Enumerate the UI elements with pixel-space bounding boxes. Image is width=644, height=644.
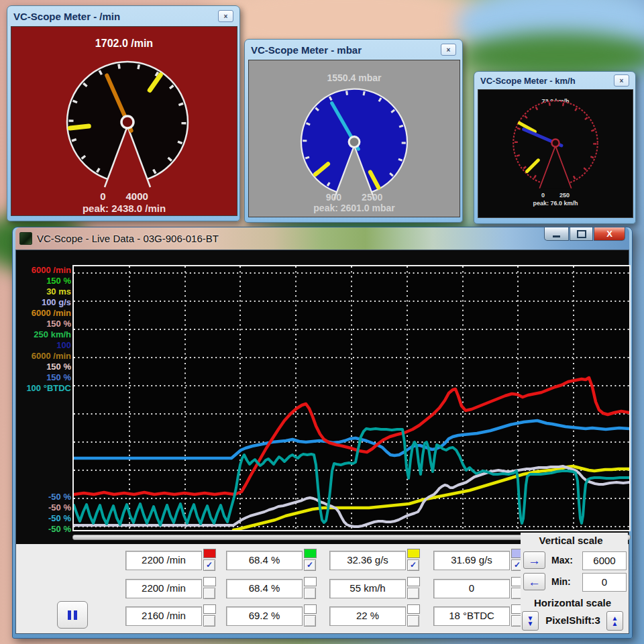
- channel-checkbox[interactable]: [203, 588, 215, 599]
- check-icon: ✓: [514, 561, 521, 570]
- grid: [74, 266, 629, 530]
- channel-scale-label: 100 g/s: [16, 297, 71, 308]
- meter-mbar-title: VC-Scope Meter - mbar: [251, 44, 362, 56]
- app-icon: [19, 232, 32, 245]
- value-field: 68.4 %: [226, 551, 303, 570]
- peak-readout: peak: 2438.0 /min: [11, 203, 237, 214]
- channel-color-swatch[interactable]: [407, 577, 420, 586]
- channel-color-swatch[interactable]: [203, 577, 216, 586]
- value-field: 0: [433, 579, 510, 598]
- check-icon: ✓: [206, 561, 213, 570]
- main-titlebar[interactable]: VC-Scope - Live Data - 03G-906-016-BT: [15, 227, 629, 250]
- value-field: 2160 /min: [125, 606, 202, 626]
- pause-button[interactable]: [57, 601, 88, 629]
- check-icon: ✓: [410, 561, 417, 570]
- channel-scale-label: 250 km/h: [16, 329, 71, 340]
- meter-kmh-titlebar[interactable]: VC-Scope Meter - km/h ×: [478, 72, 632, 89]
- control-panel: 2200 /min 68.4 % 32.36 g/s 31.69 g/s ✓ ✓…: [16, 544, 629, 633]
- scope-chart: [74, 266, 629, 530]
- scope-plot: [72, 265, 631, 531]
- value-field: 69.2 %: [226, 606, 303, 626]
- channel-scale-label: 150 %: [16, 319, 71, 329]
- channel-color-swatch[interactable]: [304, 577, 317, 586]
- channel-color-swatch[interactable]: [203, 604, 216, 614]
- max-input[interactable]: 6000: [582, 551, 627, 570]
- min-label: Min:: [551, 576, 571, 587]
- close-button[interactable]: ×: [614, 74, 629, 87]
- dial-scale-labels: 0 4000: [11, 191, 237, 202]
- meter-rpm-titlebar[interactable]: VC-Scope Meter - /min ×: [11, 6, 236, 26]
- caption-buttons: X: [544, 227, 625, 241]
- channel-checkbox[interactable]: [407, 615, 419, 627]
- channel-checkbox[interactable]: [304, 588, 316, 599]
- kmh-gauge-dial: [508, 95, 602, 191]
- channel-max-scale-labels: 6000 /min 150 % 30 ms 100 g/s 6000 /min …: [16, 265, 71, 394]
- needle-hub: [349, 137, 360, 148]
- meter-kmh-title: VC-Scope Meter - km/h: [480, 76, 576, 86]
- meter-mbar-titlebar[interactable]: VC-Scope Meter - mbar ×: [248, 40, 459, 60]
- close-button[interactable]: ×: [218, 10, 233, 22]
- up-arrow-icon: ▲: [612, 621, 619, 627]
- minimize-button[interactable]: [544, 227, 569, 241]
- meter-kmh-dial-area: 73.0 km/h 0 250 peak: 76.0 km/h: [478, 89, 633, 218]
- value-field: 31.69 g/s: [433, 551, 510, 570]
- dial-min-label: 0: [100, 191, 105, 202]
- pause-icon: [74, 610, 77, 620]
- close-icon: ×: [224, 13, 228, 20]
- pixelshift-increase-button[interactable]: ▲ ▲: [606, 611, 623, 631]
- dial-min-label: 0: [541, 192, 545, 199]
- close-button[interactable]: ×: [441, 44, 456, 56]
- channel-scale-label: 6000 /min: [16, 308, 71, 319]
- channel-scale-label: 150 %: [16, 372, 71, 383]
- channel-scale-label: 6000 /min: [16, 351, 71, 362]
- channel-checkbox[interactable]: [407, 588, 419, 599]
- needle-hub: [121, 116, 133, 128]
- main-client-area: 6000 /min 150 % 30 ms 100 g/s 6000 /min …: [15, 250, 629, 634]
- channel-scale-label: -50 %: [16, 502, 71, 513]
- dial-min-label: 900: [326, 192, 341, 203]
- needle-hub: [551, 140, 559, 147]
- channel-checkbox[interactable]: [304, 615, 316, 627]
- down-arrow-icon: ▼: [527, 621, 534, 627]
- close-icon: ×: [620, 77, 624, 85]
- dial-scale-labels: 0 250: [478, 192, 633, 199]
- channel-color-swatch[interactable]: [407, 549, 420, 558]
- channel-scale-label: 6000 /min: [16, 265, 71, 276]
- meter-window-kmh: VC-Scope Meter - km/h × 73.0 km/h 0 250 …: [474, 71, 636, 224]
- close-icon: ×: [447, 46, 451, 54]
- meter-rpm-dial-area: 1702.0 /min 0 4000 peak: 2438.0 /min: [11, 26, 237, 216]
- channel-checkbox[interactable]: ✓: [203, 559, 215, 571]
- value-field: 2200 /min: [125, 551, 202, 570]
- scale-controls: Vertical scale → Max: 6000 ← Min: 0 Hori…: [521, 533, 628, 633]
- peak-readout: peak: 76.0 km/h: [478, 200, 633, 207]
- max-label: Max:: [551, 555, 573, 566]
- pause-icon: [68, 610, 71, 620]
- channel-checkbox[interactable]: [203, 615, 215, 627]
- maximize-icon: [577, 230, 586, 238]
- max-scale-button[interactable]: →: [523, 551, 545, 569]
- min-scale-button[interactable]: ←: [523, 573, 545, 590]
- channel-scale-label: 100 °BTDC: [16, 383, 71, 394]
- channel-scale-label: 100: [16, 340, 71, 351]
- min-input[interactable]: 0: [582, 573, 627, 592]
- value-field: 22 %: [329, 606, 406, 626]
- check-icon: ✓: [307, 561, 313, 570]
- channel-scale-label: -50 %: [16, 513, 71, 524]
- channel-checkbox[interactable]: ✓: [304, 559, 316, 571]
- minimize-icon: [553, 235, 560, 237]
- maximize-button[interactable]: [570, 227, 593, 241]
- meter-mbar-dial-area: 1550.4 mbar 900 2500 peak: 2601.0 mbar: [248, 60, 460, 217]
- channel-scale-label: 150 %: [16, 362, 71, 372]
- channel-checkbox[interactable]: ✓: [407, 559, 419, 571]
- dial-max-label: 250: [559, 192, 570, 199]
- channel-color-swatch[interactable]: [304, 549, 317, 558]
- channel-scale-label: -50 %: [16, 524, 71, 535]
- horizontal-scale-label: Horizontal scale: [521, 597, 625, 608]
- right-arrow-icon: →: [528, 554, 541, 567]
- vc-scope-window: VC-Scope - Live Data - 03G-906-016-BT X …: [12, 227, 633, 639]
- channel-color-swatch[interactable]: [407, 604, 420, 614]
- close-button[interactable]: X: [594, 227, 625, 241]
- channel-color-swatch[interactable]: [304, 604, 317, 614]
- pixelshift-decrease-button[interactable]: ▼ ▼: [522, 611, 539, 631]
- channel-color-swatch[interactable]: [203, 549, 216, 558]
